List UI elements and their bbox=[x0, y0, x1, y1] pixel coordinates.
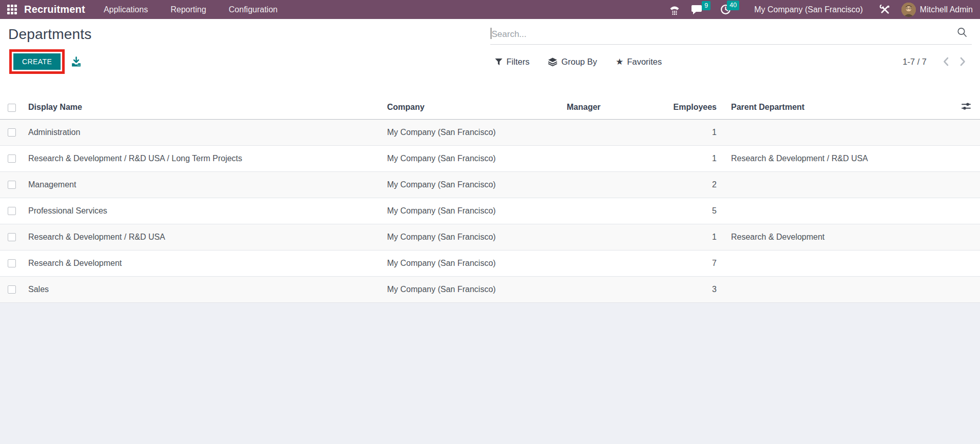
cell-company: My Company (San Francisco) bbox=[385, 145, 565, 171]
pager-previous-button[interactable] bbox=[940, 56, 952, 67]
cell-parent-department bbox=[724, 119, 952, 145]
menu-configuration[interactable]: Configuration bbox=[229, 5, 278, 14]
table-body: Administration My Company (San Francisco… bbox=[0, 119, 980, 302]
column-header-manager[interactable]: Manager bbox=[565, 96, 667, 119]
cell-employees: 5 bbox=[667, 198, 724, 224]
cell-display-name: Research & Development / R&D USA bbox=[23, 224, 385, 250]
row-checkbox[interactable] bbox=[8, 181, 16, 189]
table-header-row: Display Name Company Manager Employees P… bbox=[0, 96, 980, 119]
control-panel: Departments CREATE bbox=[0, 19, 980, 96]
main-menu: Applications Reporting Configuration bbox=[104, 5, 278, 14]
cell-company: My Company (San Francisco) bbox=[385, 198, 565, 224]
table-row[interactable]: Sales My Company (San Francisco) 3 bbox=[0, 276, 980, 302]
cell-options-spacer bbox=[952, 171, 980, 198]
column-header-company[interactable]: Company bbox=[385, 96, 565, 119]
cell-company: My Company (San Francisco) bbox=[385, 276, 565, 302]
group-by-button[interactable]: Group By bbox=[548, 57, 597, 67]
filters-button[interactable]: Filters bbox=[494, 57, 530, 67]
cell-options-spacer bbox=[952, 145, 980, 171]
cell-options-spacer bbox=[952, 276, 980, 302]
departments-list-view: Display Name Company Manager Employees P… bbox=[0, 96, 980, 444]
export-download-icon[interactable] bbox=[71, 56, 82, 67]
user-menu[interactable]: Mitchell Admin bbox=[901, 3, 973, 17]
column-header-employees[interactable]: Employees bbox=[667, 96, 724, 119]
messages-icon[interactable]: 9 bbox=[691, 5, 702, 15]
cell-manager bbox=[565, 119, 667, 145]
cell-parent-department bbox=[724, 171, 952, 198]
cell-employees: 2 bbox=[667, 171, 724, 198]
table-row[interactable]: Research & Development / R&D USA / Long … bbox=[0, 145, 980, 171]
cell-employees: 1 bbox=[667, 145, 724, 171]
cell-options-spacer bbox=[952, 119, 980, 145]
row-checkbox[interactable] bbox=[8, 285, 16, 294]
row-checkbox[interactable] bbox=[8, 233, 16, 241]
pager-range: 1-7 / 7 bbox=[902, 57, 927, 67]
layers-icon bbox=[548, 57, 558, 66]
funnel-icon bbox=[494, 57, 503, 66]
page-title: Departments bbox=[8, 26, 490, 43]
table-row[interactable]: Professional Services My Company (San Fr… bbox=[0, 198, 980, 224]
cell-company: My Company (San Francisco) bbox=[385, 119, 565, 145]
row-checkbox[interactable] bbox=[8, 155, 16, 163]
cell-manager bbox=[565, 224, 667, 250]
developer-tools-icon[interactable] bbox=[879, 4, 891, 15]
column-header-display-name[interactable]: Display Name bbox=[23, 96, 385, 119]
activities-badge: 40 bbox=[727, 1, 739, 10]
cell-parent-department bbox=[724, 198, 952, 224]
column-options-button[interactable] bbox=[952, 96, 980, 119]
select-all-checkbox[interactable] bbox=[8, 104, 16, 112]
avatar bbox=[901, 3, 916, 17]
cell-parent-department: Research & Development / R&D USA bbox=[724, 145, 952, 171]
user-name: Mitchell Admin bbox=[920, 5, 973, 14]
text-cursor bbox=[491, 28, 491, 39]
cell-employees: 7 bbox=[667, 250, 724, 276]
cell-display-name: Research & Development bbox=[23, 250, 385, 276]
odoo-app-window: Recruitment Applications Reporting Confi… bbox=[0, 0, 980, 444]
column-header-parent-department[interactable]: Parent Department bbox=[724, 96, 952, 119]
table-row[interactable]: Management My Company (San Francisco) 2 bbox=[0, 171, 980, 198]
search-input[interactable] bbox=[491, 27, 957, 40]
menu-applications[interactable]: Applications bbox=[104, 5, 148, 14]
pager-next-button[interactable] bbox=[957, 56, 969, 67]
cell-company: My Company (San Francisco) bbox=[385, 224, 565, 250]
cell-company: My Company (San Francisco) bbox=[385, 171, 565, 198]
menu-reporting[interactable]: Reporting bbox=[170, 5, 206, 14]
table-row[interactable]: Research & Development / R&D USA My Comp… bbox=[0, 224, 980, 250]
company-switcher[interactable]: My Company (San Francisco) bbox=[754, 5, 863, 14]
row-checkbox[interactable] bbox=[8, 128, 16, 137]
cell-display-name: Research & Development / R&D USA / Long … bbox=[23, 145, 385, 171]
cell-manager bbox=[565, 145, 667, 171]
cell-manager bbox=[565, 171, 667, 198]
row-checkbox[interactable] bbox=[8, 207, 16, 215]
departments-table: Display Name Company Manager Employees P… bbox=[0, 96, 980, 303]
activities-clock-icon[interactable]: 40 bbox=[720, 4, 731, 15]
cell-employees: 1 bbox=[667, 119, 724, 145]
cell-manager bbox=[565, 250, 667, 276]
messages-badge: 9 bbox=[702, 1, 710, 11]
table-row[interactable]: Administration My Company (San Francisco… bbox=[0, 119, 980, 145]
cell-display-name: Administration bbox=[23, 119, 385, 145]
cell-manager bbox=[565, 198, 667, 224]
cell-parent-department bbox=[724, 250, 952, 276]
cell-display-name: Professional Services bbox=[23, 198, 385, 224]
voip-phone-icon[interactable] bbox=[669, 4, 680, 15]
cell-employees: 1 bbox=[667, 224, 724, 250]
create-button[interactable]: CREATE bbox=[13, 53, 61, 70]
cell-display-name: Management bbox=[23, 171, 385, 198]
annotation-highlight: CREATE bbox=[9, 49, 65, 74]
apps-menu-icon[interactable] bbox=[7, 5, 17, 14]
search-icon[interactable] bbox=[956, 27, 968, 40]
favorites-button[interactable]: ★ Favorites bbox=[616, 57, 662, 67]
top-navbar: Recruitment Applications Reporting Confi… bbox=[0, 0, 980, 19]
cell-manager bbox=[565, 276, 667, 302]
cell-parent-department: Research & Development bbox=[724, 224, 952, 250]
cell-display-name: Sales bbox=[23, 276, 385, 302]
cell-options-spacer bbox=[952, 250, 980, 276]
app-name[interactable]: Recruitment bbox=[24, 4, 85, 15]
cell-company: My Company (San Francisco) bbox=[385, 250, 565, 276]
table-row[interactable]: Research & Development My Company (San F… bbox=[0, 250, 980, 276]
row-checkbox[interactable] bbox=[8, 259, 16, 267]
cell-options-spacer bbox=[952, 198, 980, 224]
pager: 1-7 / 7 bbox=[902, 56, 969, 67]
cell-employees: 3 bbox=[667, 276, 724, 302]
